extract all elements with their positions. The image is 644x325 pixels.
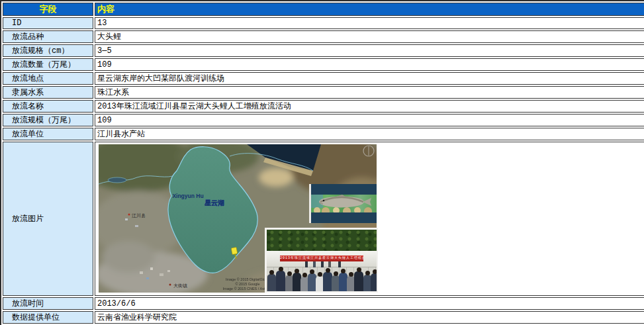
field-value: 星云湖东岸的大凹某部队渡河训练场 bbox=[95, 72, 644, 85]
field-label: 放流时间 bbox=[3, 297, 93, 310]
lake-label-zh: 星云湖 bbox=[205, 199, 224, 207]
field-label: 放流名称 bbox=[3, 100, 93, 113]
town-marker-icon bbox=[128, 214, 130, 216]
field-label: 放流规模（万尾） bbox=[3, 114, 93, 126]
fish-photo-strip bbox=[311, 195, 377, 212]
town-label-west: 江川县 bbox=[132, 213, 146, 218]
field-label: 数据提供单位 bbox=[3, 311, 93, 324]
table-row-size: 放流规格（cm） 3—5 bbox=[3, 44, 644, 57]
field-value: 珠江水系 bbox=[95, 86, 644, 99]
table-row-location: 放流地点 星云湖东岸的大凹某部队渡河训练场 bbox=[3, 72, 644, 85]
person bbox=[354, 271, 363, 291]
map-credit-line: © 2015 Google bbox=[235, 282, 259, 286]
field-label: 隶属水系 bbox=[3, 86, 93, 99]
field-value: 大头鲤 bbox=[95, 30, 644, 43]
release-record-table: 字段 内容 ID 13 放流品种 大头鲤 放流规格（cm） 3—5 放流数量（万… bbox=[0, 0, 644, 325]
column-header-field: 字段 bbox=[3, 3, 93, 16]
table-row-quantity: 放流数量（万尾） 109 bbox=[3, 58, 644, 71]
field-value: 109 bbox=[95, 114, 644, 126]
table-row-releasedate: 放流时间 2013/6/6 bbox=[3, 297, 644, 310]
person bbox=[267, 274, 276, 291]
column-header-content: 内容 bbox=[95, 3, 644, 16]
field-value: 2013年珠江流域江川县星云湖大头鲤人工增殖放流活动 bbox=[95, 100, 644, 113]
field-label: 放流品种 bbox=[3, 30, 93, 43]
field-value: 13 bbox=[95, 17, 644, 29]
field-label: 放流单位 bbox=[3, 128, 93, 140]
release-photos-cell: Xingyun Hu 星云湖 江川县 大街镇 Image © 2015 Digi… bbox=[95, 142, 644, 296]
field-label: 放流数量（万尾） bbox=[3, 58, 93, 71]
field-label: ID bbox=[3, 17, 93, 29]
table-row-species: 放流品种 大头鲤 bbox=[3, 30, 644, 43]
table-row-eventname: 放流名称 2013年珠江流域江川县星云湖大头鲤人工增殖放流活动 bbox=[3, 100, 644, 113]
map-credit-line: Image © 2015 DigitalGlobe bbox=[226, 277, 269, 281]
field-value: 3—5 bbox=[95, 44, 644, 57]
field-value: 109 bbox=[95, 58, 644, 71]
table-row-provider: 数据提供单位 云南省渔业科学研究院 bbox=[3, 311, 644, 324]
header-row: 字段 内容 bbox=[3, 3, 644, 16]
person bbox=[371, 273, 378, 291]
town-marker-icon bbox=[169, 284, 171, 286]
field-value: 江川县水产站 bbox=[95, 128, 644, 140]
table-row-watersystem: 隶属水系 珠江水系 bbox=[3, 86, 644, 99]
fish-icon bbox=[319, 195, 371, 208]
field-value: 2013/6/6 bbox=[95, 297, 644, 310]
fish-photo[interactable] bbox=[309, 184, 377, 223]
table-row-unit: 放流单位 江川县水产站 bbox=[3, 128, 644, 140]
person bbox=[276, 271, 285, 291]
release-photos: Xingyun Hu 星云湖 江川县 大街镇 Image © 2015 Digi… bbox=[99, 144, 379, 293]
field-label: 放流图片 bbox=[3, 142, 93, 296]
release-event-photo[interactable]: 2013年珠江流域江川县星云湖大头鲤人工增殖放流活动 bbox=[265, 228, 378, 293]
person bbox=[323, 272, 332, 291]
crowd-of-people bbox=[267, 230, 377, 291]
town-label-south: 大街镇 bbox=[173, 283, 187, 289]
pond bbox=[108, 177, 126, 183]
field-value: 云南省渔业科学研究院 bbox=[95, 311, 644, 324]
field-label: 放流地点 bbox=[3, 72, 93, 85]
lake-label-en: Xingyun Hu bbox=[172, 193, 203, 199]
field-label: 放流规格（cm） bbox=[3, 44, 93, 57]
table-row-photos: 放流图片 bbox=[3, 142, 644, 296]
table-row-id: ID 13 bbox=[3, 17, 644, 29]
table-row-scale: 放流规模（万尾） 109 bbox=[3, 114, 644, 126]
